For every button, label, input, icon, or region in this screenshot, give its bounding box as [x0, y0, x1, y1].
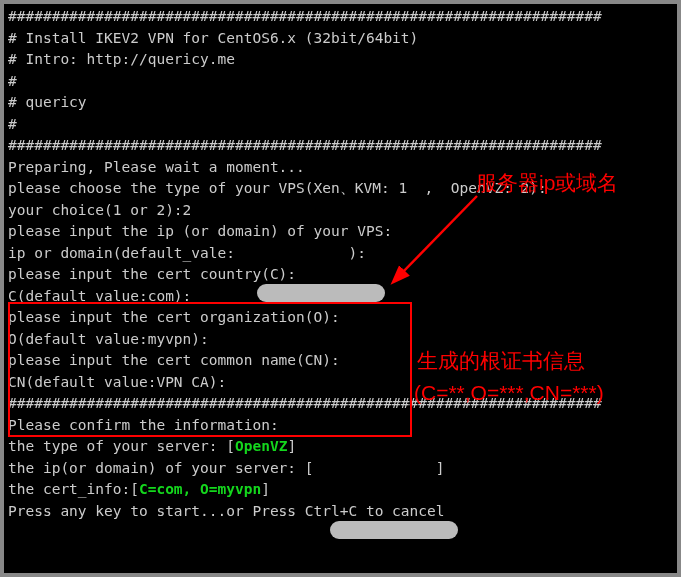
terminal-window[interactable]: ########################################…: [4, 4, 677, 573]
confirm-line: the type of your server: [OpenVZ]: [8, 436, 673, 458]
value-ip: [314, 460, 436, 476]
prompt-line: please choose the type of your VPS(Xen、K…: [8, 178, 673, 200]
prompt-line: please input the cert country(C):: [8, 264, 673, 286]
prompt-line: please input the ip (or domain) of your …: [8, 221, 673, 243]
value-openvz: OpenVZ: [235, 438, 287, 454]
text-line: ########################################…: [8, 393, 673, 415]
text-line: ########################################…: [8, 6, 673, 28]
text-line: # Intro: http://quericy.me: [8, 49, 673, 71]
prompt-line: please input the cert organization(O):: [8, 307, 673, 329]
value-cert: C=com, O=myvpn: [139, 481, 261, 497]
text-line: ########################################…: [8, 135, 673, 157]
text-line: #: [8, 114, 673, 136]
prompt-line: please input the cert common name(CN):: [8, 350, 673, 372]
text-line: # quericy: [8, 92, 673, 114]
confirm-line: the cert_info:[C=com, O=myvpn]: [8, 479, 673, 501]
text-line: Preparing, Please wait a moment...: [8, 157, 673, 179]
prompt-line[interactable]: ip or domain(default_vale: ):: [8, 243, 673, 265]
redacted-ip-1: [257, 284, 385, 302]
text-line: Please confirm the information:: [8, 415, 673, 437]
prompt-line[interactable]: O(default value:myvpn):: [8, 329, 673, 351]
prompt-line[interactable]: CN(default value:VPN CA):: [8, 372, 673, 394]
text-line: #: [8, 71, 673, 93]
redacted-ip-2: [330, 521, 458, 539]
prompt-line[interactable]: your choice(1 or 2):2: [8, 200, 673, 222]
text-line: Press any key to start...or Press Ctrl+C…: [8, 501, 673, 523]
confirm-line: the ip(or domain) of your server: [ ]: [8, 458, 673, 480]
text-line: # Install IKEV2 VPN for CentOS6.x (32bit…: [8, 28, 673, 50]
